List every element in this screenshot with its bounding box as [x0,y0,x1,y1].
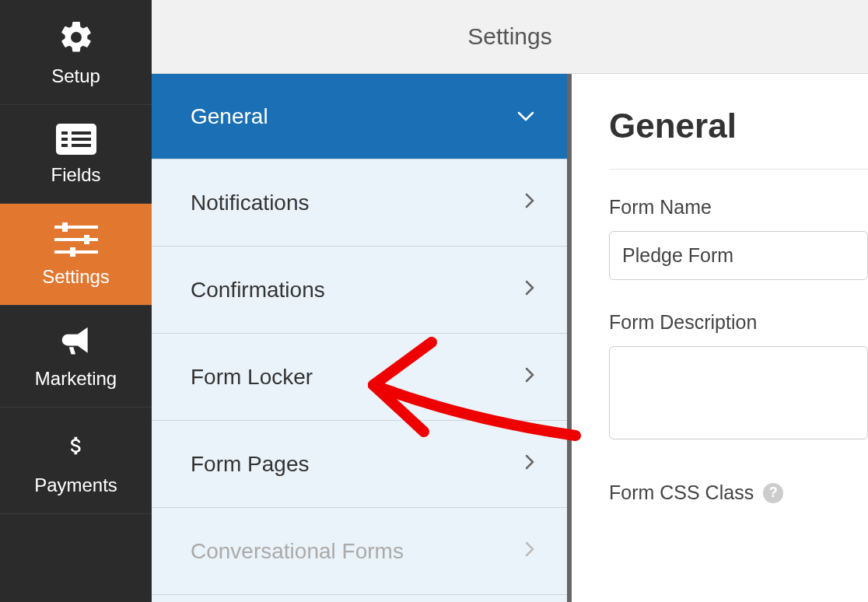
megaphone-icon [56,324,96,359]
svg-rect-10 [62,222,68,232]
svg-rect-1 [61,131,68,135]
form-name-label: Form Name [609,196,868,219]
sidebar-item-label: Payments [34,474,117,496]
form-name-input[interactable] [609,231,868,280]
sidebar-item-label: Marketing [35,368,117,390]
main: Settings General Notifications Confirmat… [152,0,868,602]
page-title: Settings [467,23,551,50]
svg-rect-6 [72,144,91,147]
sidebar-item-marketing[interactable]: Marketing [0,306,152,408]
svg-rect-5 [72,138,91,141]
panel-item-label: Notifications [191,191,310,215]
panel-item-label: Form Pages [191,452,310,477]
sliders-icon [54,222,98,257]
sidebar-item-payments[interactable]: Payments [0,408,152,514]
panel-item-general[interactable]: General [152,74,567,159]
content: General Notifications Confirmations Form… [152,74,868,602]
svg-rect-7 [54,226,98,229]
form-description-label: Form Description [609,311,868,334]
panel-item-label: Conversational Forms [191,539,404,564]
chevron-right-icon [525,454,534,474]
panel-item-form-locker[interactable]: Form Locker [152,334,567,421]
panel-item-form-pages[interactable]: Form Pages [152,421,567,508]
sidebar-item-label: Fields [51,164,100,186]
sidebar-item-label: Setup [51,65,100,87]
help-icon[interactable]: ? [763,483,783,503]
chevron-right-icon [525,280,534,300]
sidebar-item-label: Settings [42,266,110,288]
panel-item-label: Form Locker [191,365,313,390]
panel-item-conversational-forms[interactable]: Conversational Forms [152,508,567,595]
sidebar-item-setup[interactable]: Setup [0,0,152,105]
svg-rect-9 [54,250,98,254]
svg-rect-2 [61,138,68,141]
svg-rect-3 [61,144,68,147]
settings-panel: General Notifications Confirmations Form… [152,74,572,602]
header: Settings [152,0,868,74]
panel-item-notifications[interactable]: Notifications [152,159,567,247]
form-css-class-label: Form CSS Class ? [609,481,868,504]
dollar-icon [65,426,88,465]
sidebar: Setup Fields Settings Marketing Payments [0,0,152,602]
svg-rect-12 [70,247,75,257]
gear-icon [58,19,95,56]
panel-item-label: General [191,104,268,129]
panel-item-label: Confirmations [191,278,325,303]
list-icon [56,124,96,155]
svg-rect-4 [72,131,91,135]
form-heading: General [609,107,868,170]
panel-item-confirmations[interactable]: Confirmations [152,247,567,334]
chevron-right-icon [525,193,534,213]
svg-rect-11 [84,235,89,244]
form-area: General Form Name Form Description Form … [572,74,868,602]
sidebar-item-fields[interactable]: Fields [0,105,152,204]
form-description-input[interactable] [609,346,868,439]
chevron-down-icon [517,107,534,127]
svg-rect-8 [54,238,98,241]
chevron-right-icon [525,367,534,387]
sidebar-item-settings[interactable]: Settings [0,204,152,306]
chevron-right-icon [525,541,534,562]
